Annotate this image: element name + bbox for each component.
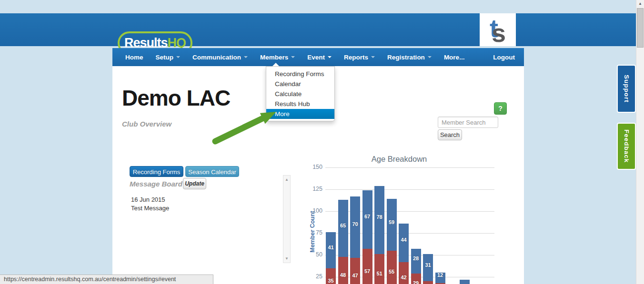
y-tick-label: 125 (305, 186, 322, 192)
nav-item-registration[interactable]: Registration (381, 48, 438, 66)
help-button[interactable]: ? (494, 102, 507, 115)
browser-scrollbar[interactable]: ▲ (636, 0, 644, 284)
y-tick-label: 50 (305, 251, 322, 258)
nav-item-label: Members (260, 54, 288, 61)
dropdown-item-calculate[interactable]: Calculate (266, 89, 334, 99)
bar-value-label: 67 (362, 213, 372, 220)
search-button[interactable]: Search (438, 129, 462, 140)
bar-value-label: 59 (387, 219, 397, 225)
bar-value-label: 44 (399, 236, 409, 243)
nav-item-logout[interactable]: Logout (487, 48, 521, 66)
scroll-down-icon[interactable]: ▼ (283, 256, 290, 261)
nav-item-event[interactable]: Event (301, 48, 338, 66)
nav-item-label: Registration (387, 54, 425, 61)
caret-down-icon (371, 56, 375, 58)
status-bar-url: https://centreadmin.resultshq.com.au/cen… (0, 274, 213, 284)
message-board-heading: Message Board (130, 180, 182, 188)
bar-segment-blue (460, 280, 470, 284)
timing-solutions-logo: t s (480, 13, 516, 46)
event-dropdown-menu: Recording FormsCalendarCalculateResults … (266, 66, 335, 121)
bar-value-label: 51 (374, 270, 384, 277)
dropdown-item-results-hub[interactable]: Results Hub (266, 99, 334, 109)
update-button[interactable]: Update (183, 178, 206, 189)
nav-item-communication[interactable]: Communication (186, 48, 254, 66)
dropdown-item-calendar[interactable]: Calendar (266, 79, 334, 89)
nav-item-more[interactable]: More... (438, 48, 471, 66)
bar-value-label: 55 (387, 268, 397, 275)
message-text: Test Message (131, 204, 169, 213)
scroll-up-icon[interactable]: ▲ (283, 177, 290, 182)
nav-item-label: Event (307, 54, 325, 61)
message-board-scrollbar[interactable]: ▲ ▼ (283, 175, 291, 263)
bar-segment-red (338, 257, 348, 284)
bar-value-label: 65 (338, 222, 348, 229)
bar-value-label: 35 (326, 277, 336, 284)
nav-item-label: Setup (156, 54, 174, 61)
y-tick-label: 25 (305, 273, 322, 280)
page-title: Demo LAC (122, 85, 230, 111)
bar-value-label: 42 (399, 274, 409, 281)
dropdown-notch (272, 63, 279, 66)
bar-value-label: 31 (423, 262, 433, 268)
y-tick-label: 75 (305, 229, 322, 236)
bar-segment-red (362, 249, 372, 284)
y-tick-label: 150 (305, 164, 322, 170)
caret-down-icon (176, 56, 180, 58)
nav-item-label: More... (444, 54, 465, 61)
browser-viewport: ResultsHQ t s HomeSetupCommunicationMemb… (0, 0, 644, 284)
gridline (325, 167, 494, 168)
y-tick-label: 100 (305, 207, 322, 214)
nav-item-label: Communication (192, 54, 241, 61)
bar-segment-red (423, 281, 433, 284)
header-band: ResultsHQ (0, 13, 636, 46)
scroll-up-icon[interactable]: ▲ (636, 0, 644, 8)
support-tab[interactable]: Support (617, 65, 636, 113)
bar-value-label: 78 (374, 214, 384, 220)
bar-value-label: 70 (350, 221, 360, 227)
ts-logo-letter-s: s (492, 20, 506, 46)
scrollbar-thumb[interactable] (637, 8, 644, 48)
gridline (325, 189, 494, 190)
season-calendar-button[interactable]: Season Calendar (185, 166, 239, 177)
message-date: 16 Jun 2015 (131, 196, 169, 204)
bar-segment-red (374, 254, 384, 284)
message-list: 16 Jun 2015Test Message (131, 196, 169, 213)
nav-item-reports[interactable]: Reports (338, 48, 381, 66)
nav-item-label: Reports (344, 54, 368, 61)
nav-item-setup[interactable]: Setup (150, 48, 187, 66)
bar-segment-red (387, 251, 397, 284)
bar-value-label: 57 (362, 268, 372, 274)
nav-item-home[interactable]: Home (119, 48, 150, 66)
dropdown-item-more[interactable]: More (266, 109, 334, 119)
bar-value-label: 41 (326, 244, 336, 251)
chart-title: Age Breakdown (352, 155, 447, 164)
page-subtitle: Club Overview (122, 120, 171, 128)
nav-items: HomeSetupCommunicationMembersEventReport… (119, 48, 471, 66)
caret-down-icon (428, 56, 432, 58)
member-search-input[interactable] (438, 117, 498, 128)
bar-value-label: 12 (435, 272, 445, 278)
caret-down-icon (291, 56, 295, 58)
bar-segment-red (350, 258, 360, 284)
feedback-tab[interactable]: Feedback (617, 123, 636, 170)
bar-value-label: 28 (411, 255, 421, 262)
caret-down-icon (328, 56, 332, 58)
recording-forms-button[interactable]: Recording Forms (130, 166, 183, 177)
bar-value-label: 29 (411, 280, 421, 284)
nav-item-label: Home (125, 54, 143, 61)
bar-value-label: 47 (350, 272, 360, 279)
main-navbar: HomeSetupCommunicationMembersEventReport… (112, 48, 524, 66)
bar-value-label: 48 (338, 272, 348, 278)
dropdown-item-recording-forms[interactable]: Recording Forms (266, 69, 334, 79)
caret-down-icon (244, 56, 248, 58)
